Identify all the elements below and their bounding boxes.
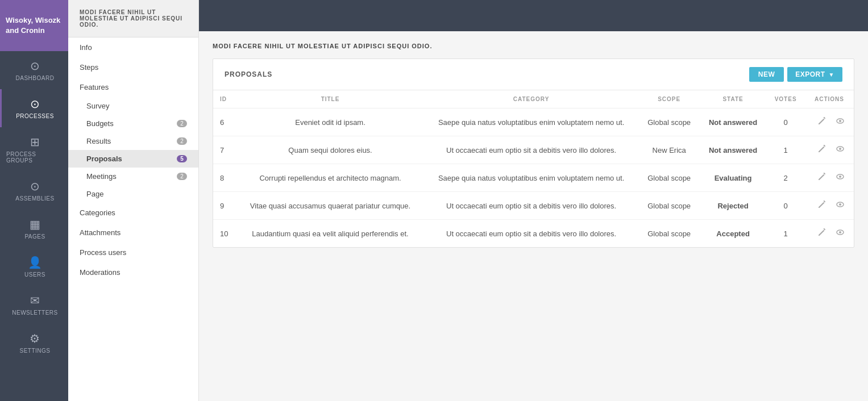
chevron-down-icon: ▼ <box>829 72 834 78</box>
edit-icon[interactable] <box>817 228 827 239</box>
new-button[interactable]: New <box>749 67 784 82</box>
nav-label-attachments: Attachments <box>80 228 121 237</box>
cell-state: Rejected <box>700 192 766 220</box>
sidebar-label-pages: Pages <box>24 233 45 240</box>
nav-item-steps[interactable]: Steps <box>68 57 198 77</box>
proposals-badge: 5 <box>177 155 187 162</box>
col-header-title: Title <box>236 90 423 108</box>
nav-item-results[interactable]: Results 2 <box>68 132 198 150</box>
sidebar-item-dashboard[interactable]: ⊙ Dashboard <box>0 51 68 89</box>
cell-id: 10 <box>213 220 236 248</box>
top-bar <box>199 0 868 31</box>
col-header-category: Category <box>424 90 639 108</box>
cell-id: 8 <box>213 164 236 192</box>
nav-label-steps: Steps <box>80 63 98 72</box>
content-title: Modi facere nihil ut molestiae ut adipis… <box>213 43 854 49</box>
cell-actions <box>805 108 854 136</box>
nav-item-process-users[interactable]: Process users <box>68 243 198 262</box>
cell-actions <box>805 136 854 164</box>
cell-category: Saepe quia natus voluptatibus enim volup… <box>424 164 639 192</box>
export-button[interactable]: Export ▼ <box>787 67 842 82</box>
header-actions: New Export ▼ <box>749 67 842 82</box>
nav-item-page[interactable]: Page <box>68 185 198 203</box>
nav-item-features[interactable]: Features <box>68 77 198 97</box>
nav-label-budgets: Budgets <box>86 119 114 128</box>
proposals-header: Proposals New Export ▼ <box>213 59 854 90</box>
view-icon[interactable] <box>836 172 845 183</box>
nav-item-budgets[interactable]: Budgets 2 <box>68 115 198 132</box>
edit-icon[interactable] <box>817 200 827 211</box>
sidebar-label-processes: Processes <box>16 113 54 119</box>
sidebar-label-process-groups: Process Groups <box>6 151 64 164</box>
settings-icon: ⚙ <box>30 332 40 345</box>
nav-item-meetings[interactable]: Meetings 2 <box>68 168 198 185</box>
content-area: Modi facere nihil ut molestiae ut adipis… <box>199 31 868 401</box>
sidebar-item-process-groups[interactable]: ⊞ Process Groups <box>0 127 68 172</box>
nav-label-proposals: Proposals <box>86 154 122 163</box>
nav-item-attachments[interactable]: Attachments <box>68 223 198 243</box>
edit-icon[interactable] <box>817 172 827 183</box>
svg-point-3 <box>839 148 841 150</box>
cell-category: Saepe quia natus voluptatibus enim volup… <box>424 108 639 136</box>
view-icon[interactable] <box>836 144 845 156</box>
sidebar: Wisoky, Wisozk and Cronin ⊙ Dashboard ⊙ … <box>0 0 68 401</box>
nav-label-features: Features <box>80 83 109 91</box>
pages-icon: ▦ <box>30 218 41 231</box>
view-icon[interactable] <box>836 116 845 128</box>
sidebar-label-assemblies: Assemblies <box>15 195 54 202</box>
sidebar-item-settings[interactable]: ⚙ Settings <box>0 324 68 362</box>
brand: Wisoky, Wisozk and Cronin <box>0 0 68 51</box>
cell-votes: 1 <box>766 220 805 248</box>
cell-category: Ut occaecati eum optio sit a debitis ver… <box>424 220 639 248</box>
nav-item-survey[interactable]: Survey <box>68 97 198 115</box>
sidebar-item-processes[interactable]: ⊙ Processes <box>0 89 68 127</box>
edit-icon[interactable] <box>817 116 827 128</box>
cell-votes: 0 <box>766 108 805 136</box>
page-title: Modi facere nihil ut molestiae ut adipis… <box>80 9 182 28</box>
sidebar-label-dashboard: Dashboard <box>16 75 55 81</box>
newsletters-icon: ✉ <box>30 294 40 307</box>
cell-id: 9 <box>213 192 236 220</box>
assemblies-icon: ⊙ <box>30 179 40 193</box>
cell-votes: 0 <box>766 192 805 220</box>
table-row: 9 Vitae quasi accusamus quaerat pariatur… <box>213 192 854 220</box>
sidebar-item-pages[interactable]: ▦ Pages <box>0 210 68 248</box>
view-icon[interactable] <box>836 228 845 239</box>
cell-actions <box>805 220 854 248</box>
nav-label-process-users: Process users <box>80 248 126 257</box>
nav-item-moderations[interactable]: Moderations <box>68 262 198 282</box>
nav-item-info[interactable]: Info <box>68 37 198 57</box>
cell-title: Vitae quasi accusamus quaerat pariatur c… <box>236 192 423 220</box>
col-header-state: State <box>700 90 766 108</box>
page-header: Modi facere nihil ut molestiae ut adipis… <box>68 0 198 37</box>
proposals-card: Proposals New Export ▼ ID Title Category… <box>213 59 854 248</box>
cell-scope: Global scope <box>638 220 699 248</box>
table-row: 6 Eveniet odit id ipsam. Saepe quia natu… <box>213 108 854 136</box>
nav-item-proposals[interactable]: Proposals 5 <box>68 150 198 168</box>
cell-actions <box>805 192 854 220</box>
nav-item-categories[interactable]: Categories <box>68 203 198 223</box>
cell-state: Not answered <box>700 108 766 136</box>
view-icon[interactable] <box>836 200 845 211</box>
sidebar-item-newsletters[interactable]: ✉ Newsletters <box>0 286 68 324</box>
budgets-badge: 2 <box>177 120 187 127</box>
svg-point-7 <box>839 203 841 206</box>
sidebar-label-users: Users <box>24 271 45 278</box>
col-header-id: ID <box>213 90 236 108</box>
cell-title: Corrupti repellendus et architecto magna… <box>236 164 423 192</box>
meetings-badge: 2 <box>177 173 187 180</box>
col-header-votes: Votes <box>766 90 805 108</box>
cell-scope: New Erica <box>638 136 699 164</box>
main-content: Modi facere nihil ut molestiae ut adipis… <box>199 0 868 401</box>
sidebar-item-users[interactable]: 👤 Users <box>0 248 68 286</box>
nav-label-meetings: Meetings <box>86 172 117 181</box>
nav-label-moderations: Moderations <box>80 268 121 277</box>
proposals-table: ID Title Category Scope State Votes Acti… <box>213 90 854 247</box>
process-groups-icon: ⊞ <box>30 135 40 149</box>
cell-scope: Global scope <box>638 164 699 192</box>
cell-title: Quam sequi dolores eius. <box>236 136 423 164</box>
edit-icon[interactable] <box>817 144 827 156</box>
svg-point-1 <box>839 120 841 122</box>
secondary-sidebar: Modi facere nihil ut molestiae ut adipis… <box>68 0 199 401</box>
sidebar-item-assemblies[interactable]: ⊙ Assemblies <box>0 172 68 210</box>
